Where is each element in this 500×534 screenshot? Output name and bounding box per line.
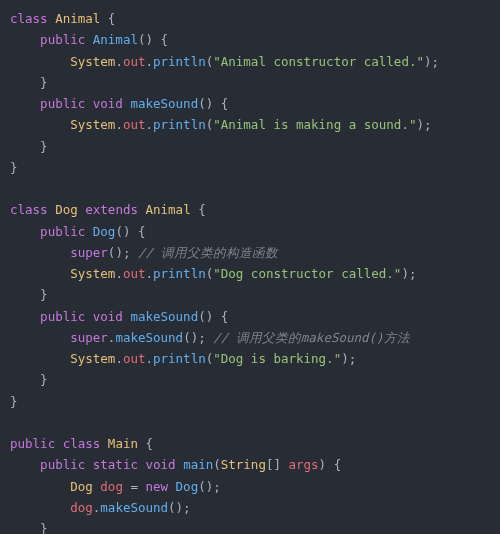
code-line: } bbox=[10, 160, 18, 175]
code-line: class Animal { bbox=[10, 11, 115, 26]
code-line: dog.makeSound(); bbox=[10, 500, 191, 515]
code-line: } bbox=[10, 139, 48, 154]
code-line: public Animal() { bbox=[10, 32, 168, 47]
code-line: public class Main { bbox=[10, 436, 153, 451]
code-line: public Dog() { bbox=[10, 224, 145, 239]
code-line: super.makeSound(); // 调用父类的makeSound()方法 bbox=[10, 330, 410, 345]
code-editor: class Animal { public Animal() { System.… bbox=[0, 0, 500, 534]
code-line: } bbox=[10, 75, 48, 90]
code-line: } bbox=[10, 372, 48, 387]
code-line: System.out.println("Animal constructor c… bbox=[10, 54, 439, 69]
code-line: Dog dog = new Dog(); bbox=[10, 479, 221, 494]
code-line: } bbox=[10, 394, 18, 409]
code-line: public static void main(String[] args) { bbox=[10, 457, 341, 472]
code-line: public void makeSound() { bbox=[10, 96, 228, 111]
code-line: } bbox=[10, 521, 48, 534]
code-line: public void makeSound() { bbox=[10, 309, 228, 324]
code-line: class Dog extends Animal { bbox=[10, 202, 206, 217]
code-line: System.out.println("Dog constructor call… bbox=[10, 266, 416, 281]
code-line: } bbox=[10, 287, 48, 302]
code-line: super(); // 调用父类的构造函数 bbox=[10, 245, 278, 260]
code-line: System.out.println("Animal is making a s… bbox=[10, 117, 432, 132]
code-line: System.out.println("Dog is barking."); bbox=[10, 351, 356, 366]
